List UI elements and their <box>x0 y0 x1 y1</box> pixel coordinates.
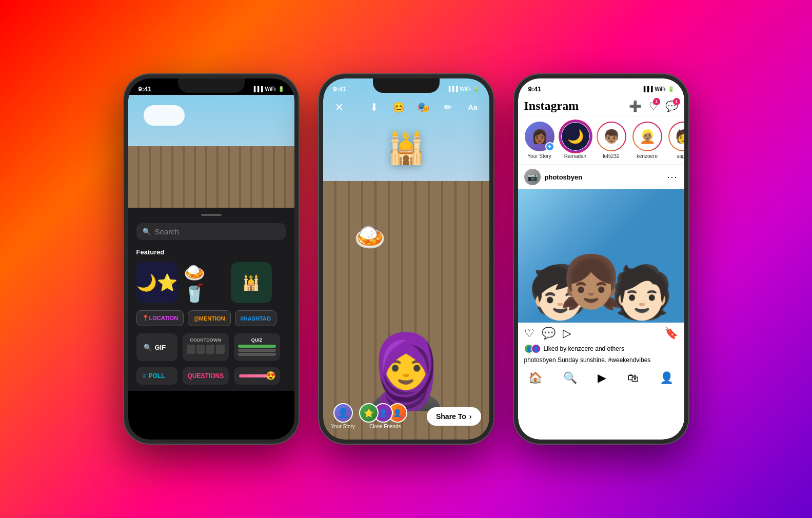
phone1-screen: 9:41 ▐▐▐ WiFi 🔋 🔍 Search Featured 🌙⭐ <box>128 78 294 440</box>
messenger-badge: 1 <box>673 98 680 105</box>
location-tag[interactable]: 📍LOCATION <box>136 310 184 326</box>
post-likes: 👤 👤 Liked by kenzoere and others <box>518 344 684 355</box>
gif-label: GIF <box>155 344 166 351</box>
questions-widget[interactable]: QUESTIONS <box>183 367 229 385</box>
face-filter-icon[interactable]: 😊 <box>391 99 407 115</box>
sticker-panel[interactable]: 🔍 Search Featured 🌙⭐ 🍛🥤 🕌 📍LOCATION @MEN… <box>128 208 294 391</box>
sticker-icon[interactable]: 🎭 <box>415 99 432 115</box>
poll-icon: ≡ <box>143 372 146 380</box>
close-button[interactable]: ✕ <box>331 99 348 115</box>
post-avatar: 📷 <box>524 169 541 185</box>
sticker-food[interactable]: 🍛🥤 <box>184 262 225 303</box>
lofti-username: lofti232 <box>603 153 619 159</box>
battery-icon: 🔋 <box>278 86 284 92</box>
emoji-slider-widget[interactable]: 😍 <box>234 367 280 385</box>
status-icons-phone2: ▐▐▐ WiFi 🔋 <box>447 86 479 92</box>
sap-story-wrap[interactable]: 🧑 sap... <box>668 122 684 159</box>
countdown-widget[interactable]: COUNTDOWN <box>183 333 229 361</box>
signal-icon-2: ▐▐▐ <box>447 86 458 92</box>
home-nav-button[interactable]: 🏠 <box>528 371 542 385</box>
lofti-story-wrap[interactable]: 👦🏽 lofti232 <box>596 122 627 159</box>
header-action-icons: ➕ ♡ 1 💬 1 <box>629 100 678 112</box>
signal-icon-3: ▐▐▐ <box>642 86 652 92</box>
drag-handle[interactable] <box>201 214 222 216</box>
gif-widget[interactable]: 🔍 GIF <box>136 333 177 361</box>
phone-instagram-feed: 9:41 ▐▐▐ WiFi 🔋 Instagram ➕ ♡ 1 💬 1 <box>514 74 688 444</box>
phone3-screen: 9:41 ▐▐▐ WiFi 🔋 Instagram ➕ ♡ 1 💬 1 <box>518 78 684 440</box>
your-story-username: Your Story <box>527 153 551 159</box>
heart-badge: 1 <box>653 98 660 105</box>
poll-widget[interactable]: ≡ POLL <box>136 367 177 385</box>
story-share-area: 👤 Your Story ⭐ 👤 👤 Close Friends <box>323 398 489 440</box>
close-friends-label: Close Friends <box>369 424 401 429</box>
post-people: 🧒🏻 👧🏽 🧑🏻 <box>518 230 684 323</box>
your-story-avatar: 👤 <box>333 403 353 423</box>
profile-nav-button[interactable]: 👤 <box>660 371 674 385</box>
lofti-story-circle: 👦🏽 <box>597 122 626 151</box>
heart-notifications-button[interactable]: ♡ 1 <box>649 100 658 112</box>
kenzoere-story-wrap[interactable]: 👱🏽 kenzoere <box>632 122 663 159</box>
sticker-moon[interactable]: 🌙⭐ <box>136 262 177 303</box>
story-share-row: 👤 Your Story ⭐ 👤 👤 Close Friends <box>331 403 481 429</box>
add-story-plus: + <box>545 142 554 151</box>
countdown-block <box>187 345 195 354</box>
quiz-widget[interactable]: QUIZ <box>234 333 280 361</box>
post-user-info[interactable]: 📷 photosbyen <box>524 169 583 185</box>
phone2-screen: 9:41 ▐▐▐ WiFi 🔋 ✕ ⬇ 😊 🎭 ✏ Aa 🕌 🍛 🧕 <box>323 78 489 440</box>
kenzoere-story-circle: 👱🏽 <box>632 122 662 151</box>
time-phone1: 9:41 <box>138 85 152 93</box>
your-story-destination[interactable]: 👤 Your Story <box>331 403 355 429</box>
your-story-circle-wrap[interactable]: 👩🏾 + Your Story <box>524 122 555 159</box>
mention-tag[interactable]: @MENTION <box>188 310 230 326</box>
kenzoere-username: kenzoere <box>637 153 658 159</box>
draw-icon[interactable]: ✏ <box>440 99 457 115</box>
cloud-decoration <box>144 105 185 126</box>
time-phone2: 9:41 <box>333 85 347 93</box>
your-story-circle: 👩🏾 + <box>525 122 554 151</box>
save-button[interactable]: 🔖 <box>664 327 678 340</box>
gif-icon: 🔍 <box>144 344 152 351</box>
ramadan-story-wrap[interactable]: 🌙 Ramadan <box>560 122 591 159</box>
emoji-slider-bar: 😍 <box>239 374 275 377</box>
countdown-blocks <box>187 345 225 354</box>
emoji-slider-thumb: 😍 <box>266 371 276 381</box>
post-more-options[interactable]: ··· <box>667 172 678 183</box>
share-chevron-icon: › <box>469 412 472 421</box>
comment-button[interactable]: 💬 <box>542 327 556 340</box>
download-icon[interactable]: ⬇ <box>366 99 383 115</box>
bottom-nav: 🏠 🔍 ▶ 🛍 👤 <box>518 367 684 390</box>
phone-notch-3 <box>568 78 635 93</box>
search-placeholder: Search <box>155 227 180 236</box>
battery-icon-2: 🔋 <box>473 86 479 92</box>
quiz-bar-green <box>238 345 276 348</box>
featured-label: Featured <box>136 248 286 256</box>
share-to-button[interactable]: Share To › <box>427 407 481 426</box>
close-friends-destination[interactable]: ⭐ 👤 👤 Close Friends <box>363 403 407 429</box>
story-background-photo <box>128 95 294 208</box>
search-icon: 🔍 <box>143 228 151 235</box>
reels-nav-button[interactable]: ▶ <box>598 371 606 385</box>
add-post-button[interactable]: ➕ <box>629 100 642 112</box>
status-icons-phone3: ▐▐▐ WiFi 🔋 <box>642 86 674 92</box>
close-friends-avatars: ⭐ 👤 👤 <box>359 403 407 423</box>
hashtag-tag[interactable]: #HASHTAG <box>235 310 277 326</box>
messenger-button[interactable]: 💬 1 <box>665 100 678 112</box>
time-phone3: 9:41 <box>528 85 542 93</box>
post-header: 📷 photosbyen ··· <box>518 165 684 189</box>
shop-nav-button[interactable]: 🛍 <box>627 371 639 385</box>
add-icon: ➕ <box>629 101 642 112</box>
sticker-mosque[interactable]: 🕌 <box>231 262 272 303</box>
phone-notch-2 <box>373 78 440 93</box>
mosque-sticker-overlay[interactable]: 🕌 <box>387 130 425 166</box>
search-nav-button[interactable]: 🔍 <box>563 371 577 385</box>
text-icon[interactable]: Aa <box>465 99 481 115</box>
person-right: 🧑🏻 <box>610 262 674 323</box>
food-sticker-overlay[interactable]: 🍛 <box>354 222 386 252</box>
story-toolbar: ✕ ⬇ 😊 🎭 ✏ Aa <box>323 95 489 119</box>
battery-icon-3: 🔋 <box>668 86 674 92</box>
sticker-search-bar[interactable]: 🔍 Search <box>136 223 286 240</box>
like-button[interactable]: ♡ <box>524 327 534 340</box>
share-button[interactable]: ▷ <box>563 327 571 340</box>
wifi-icon-3: WiFi <box>655 86 665 92</box>
post-actions: ♡ 💬 ▷ 🔖 <box>518 323 684 344</box>
